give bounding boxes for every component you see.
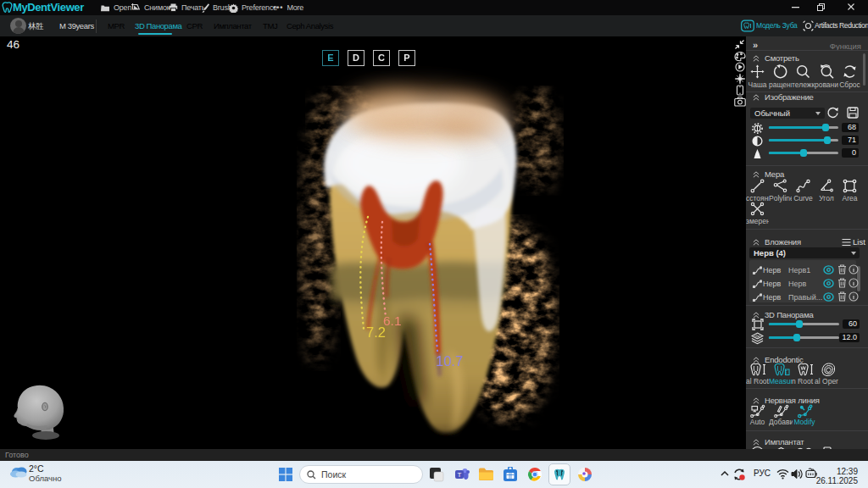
svg-text:10.7: 10.7 <box>436 353 463 369</box>
svg-text:6.1: 6.1 <box>383 313 402 328</box>
svg-text:T: T <box>458 471 462 479</box>
